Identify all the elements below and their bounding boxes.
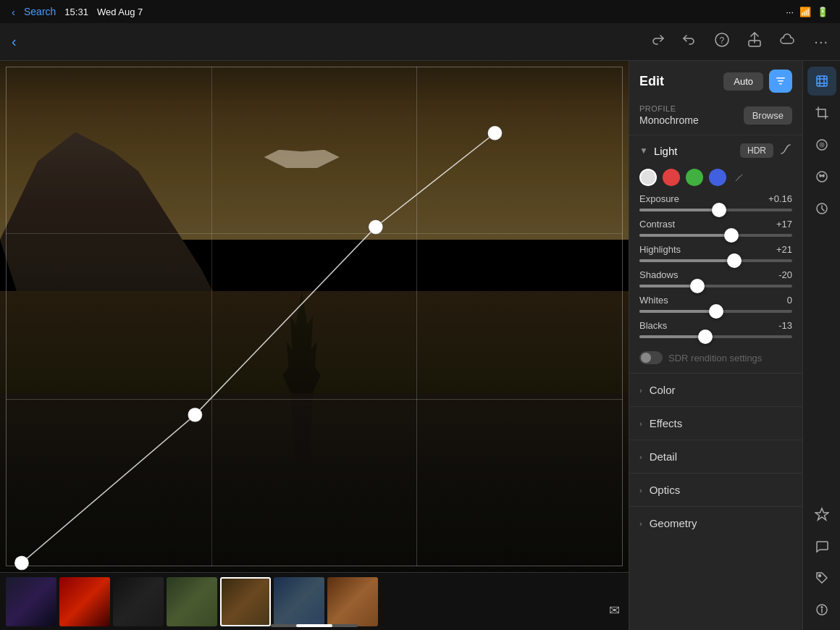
contrast-label: Contrast: [639, 219, 675, 230]
help-button[interactable]: ?: [711, 29, 733, 54]
svg-rect-10: [776, 77, 785, 79]
light-section-header[interactable]: ▼ Light HDR: [639, 135, 792, 166]
exposure-value: +0.16: [766, 193, 792, 204]
filmstrip-thumb-4[interactable]: [167, 577, 217, 626]
masking-button[interactable]: [807, 162, 836, 191]
color-chevron: ›: [639, 386, 642, 395]
exposure-row: Exposure +0.16: [639, 193, 792, 211]
more-dots: ···: [786, 7, 794, 17]
filmstrip-thumb-6[interactable]: [274, 577, 324, 626]
history-button[interactable]: [807, 194, 836, 223]
heal-button[interactable]: [807, 130, 836, 159]
photo-image: [0, 61, 629, 572]
blacks-label-row: Blacks -13: [639, 320, 792, 331]
red-dot[interactable]: [663, 169, 680, 186]
toolbar-left: ‹: [9, 30, 20, 53]
blacks-label: Blacks: [639, 320, 667, 331]
color-dots: ⟋: [639, 166, 792, 193]
svg-point-19: [820, 143, 824, 147]
geometry-header[interactable]: › Geometry: [629, 507, 802, 539]
share-filmstrip-button[interactable]: ✉: [609, 602, 620, 618]
filmstrip-thumb-1[interactable]: [6, 577, 56, 626]
detail-header[interactable]: › Detail: [629, 440, 802, 473]
main-layout: ✉ Edit Auto Profile Mo: [0, 61, 840, 630]
curve-button[interactable]: [779, 143, 792, 159]
status-right: ··· 📶 🔋: [786, 7, 828, 17]
contrast-track[interactable]: [639, 234, 792, 237]
svg-point-21: [820, 175, 821, 177]
svg-point-28: [821, 607, 823, 608]
highlights-value: +21: [766, 244, 792, 255]
more-button[interactable]: ···: [811, 30, 831, 53]
tag-button[interactable]: [807, 563, 836, 592]
highlights-row: Highlights +21: [639, 244, 792, 262]
svg-marker-24: [815, 508, 828, 520]
section-actions: HDR: [740, 143, 792, 159]
status-time: 15:31: [64, 7, 88, 17]
optics-section[interactable]: › Optics: [629, 473, 802, 506]
sdr-toggle[interactable]: [639, 351, 663, 364]
star-button[interactable]: [807, 500, 836, 529]
cloud-button[interactable]: [776, 30, 799, 53]
whites-row: Whites 0: [639, 295, 792, 313]
shadows-track[interactable]: [639, 285, 792, 287]
blacks-thumb[interactable]: [698, 329, 713, 344]
blue-dot[interactable]: [709, 169, 726, 186]
filter-button[interactable]: [769, 70, 792, 93]
effects-header[interactable]: › Effects: [629, 407, 802, 440]
exposure-track[interactable]: [639, 209, 792, 211]
info-button[interactable]: [807, 595, 836, 624]
whites-label: Whites: [639, 295, 668, 306]
crop-button[interactable]: [807, 98, 836, 127]
optics-title: Optics: [650, 484, 681, 496]
green-dot[interactable]: [686, 169, 703, 186]
hdr-button[interactable]: HDR: [740, 143, 773, 158]
contrast-thumb[interactable]: [724, 228, 739, 243]
svg-point-25: [818, 575, 820, 577]
blacks-fill: [639, 335, 705, 338]
geometry-section[interactable]: › Geometry: [629, 506, 802, 539]
back-button[interactable]: ‹: [9, 30, 20, 53]
sdr-row: SDR rendition settings: [639, 345, 792, 373]
whites-thumb[interactable]: [709, 304, 723, 319]
highlights-label-row: Highlights +21: [639, 244, 792, 255]
shadows-fill: [639, 285, 697, 287]
contrast-value: +17: [766, 219, 792, 230]
filmstrip-thumb-5-active[interactable]: [220, 577, 271, 626]
white-dot[interactable]: [639, 169, 657, 186]
search-label: Search: [24, 6, 56, 17]
filmstrip-thumb-2[interactable]: [59, 577, 110, 626]
shadows-label: Shadows: [639, 269, 678, 280]
top-toolbar: ‹ ?: [0, 23, 840, 61]
highlights-thumb[interactable]: [727, 253, 742, 268]
all-channels-icon[interactable]: ⟋: [732, 170, 745, 185]
comment-button[interactable]: [807, 532, 836, 560]
section-header-left: ▼ Light: [639, 145, 677, 157]
exposure-thumb[interactable]: [712, 203, 726, 217]
photo-canvas[interactable]: [0, 61, 629, 572]
filmstrip-thumb-7[interactable]: [327, 577, 378, 626]
undo-button[interactable]: [679, 30, 700, 54]
highlights-fill: [639, 259, 734, 262]
optics-header[interactable]: › Optics: [629, 474, 802, 506]
color-header[interactable]: › Color: [629, 374, 802, 406]
svg-point-20: [817, 172, 827, 182]
effects-section[interactable]: › Effects: [629, 406, 802, 440]
detail-section[interactable]: › Detail: [629, 440, 802, 473]
light-title: Light: [654, 145, 678, 157]
adjust-panel-button[interactable]: [807, 67, 836, 96]
color-section[interactable]: › Color: [629, 373, 802, 406]
filmstrip-thumb-3[interactable]: [113, 577, 164, 626]
svg-rect-13: [817, 76, 827, 86]
blacks-row: Blacks -13: [639, 320, 792, 338]
browse-button[interactable]: Browse: [744, 106, 792, 125]
redo-button[interactable]: [647, 30, 668, 54]
filmstrip: ✉: [0, 572, 629, 630]
shadows-thumb[interactable]: [690, 279, 705, 293]
highlights-track[interactable]: [639, 259, 792, 262]
whites-track[interactable]: [639, 310, 792, 313]
share-button[interactable]: [744, 29, 765, 54]
blacks-track[interactable]: [639, 335, 792, 338]
panel-content: ▼ Light HDR: [629, 135, 802, 630]
auto-button[interactable]: Auto: [723, 72, 763, 91]
